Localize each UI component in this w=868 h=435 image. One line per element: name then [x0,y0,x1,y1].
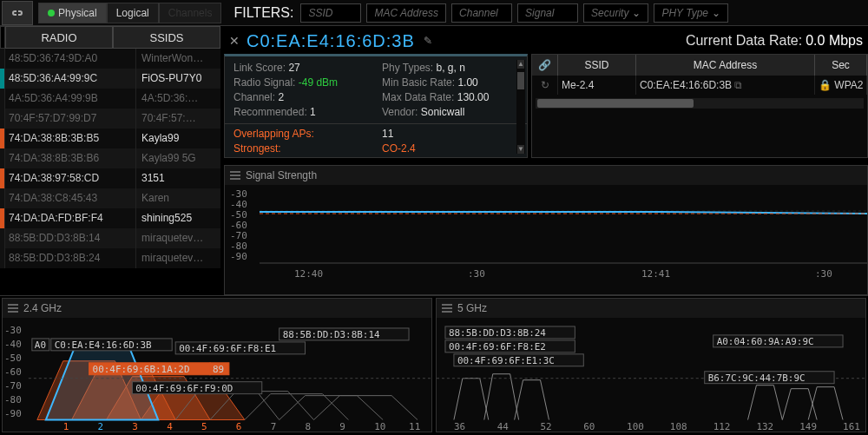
radio-list-panel: RADIO SSIDS 48:5D:36:74:9D:A0WinterWon…4… [0,26,220,295]
mac-badge: A0:04:60:9A:A9:9C [717,336,814,347]
a0-badge: A0 [35,339,46,351]
radio-col-header[interactable]: RADIO [5,26,113,49]
signal-strength-chart: -30-40-50-60-70-80-90 12:40:3012:41:30 [225,185,867,280]
assoc-h-scroll-thumb[interactable] [537,99,694,108]
svg-text:108: 108 [670,421,687,432]
radio-row[interactable]: 4A:5D:36:A4:99:9B4A:5D:36:… [0,89,220,109]
scroll-up-icon[interactable]: ▲ [517,60,524,69]
min-basic-rate-label: Min Basic Rate: [382,76,455,89]
radio-mac: 88:5B:DD:D3:8B:14 [5,228,135,248]
filter-phy-type[interactable]: PHY Type⌄ [654,3,728,23]
svg-text:36: 36 [454,421,465,432]
filter-mac-address[interactable]: MAC Address [366,3,446,23]
filter-security[interactable]: Security⌄ [583,3,648,23]
strongest-value: CO-2.4 [382,142,416,155]
radio-row[interactable]: 74:DA:38:C8:45:43Karen [0,188,220,208]
radio-mac: 88:5B:DD:D3:8B:24 [5,248,135,268]
svg-text:12:40: 12:40 [294,268,323,280]
svg-text:60: 60 [583,421,595,432]
mac-badge: 88:5B:DD:D3:8B:14 [283,329,380,340]
svg-text:10: 10 [374,421,385,432]
view-mode-toggle: Physical Logical Channels [38,3,221,23]
phy-types-value: b, g, n [437,62,465,74]
radio-row[interactable]: 74:DA:38:8B:3B:B6Kayla99 5G [0,148,220,168]
band-5-chart: 88:5B:DD:D3:8B:24 00:4F:69:6F:F8:E2 00:4… [437,318,865,432]
band-24-chart: -30-40-50-60-70-80-90 [3,318,431,432]
strongest-label: Strongest: [233,142,281,155]
min-basic-rate-value: 1.00 [457,76,477,89]
radio-signal-label: Radio Signal: [233,76,295,89]
detail-scrollbar[interactable]: ▲ ▼ [516,60,525,154]
svg-text:161: 161 [843,421,860,432]
vendor-value: Sonicwall [421,106,465,118]
radio-row[interactable]: 48:5D:36:A4:99:9CFiOS-PU7Y0 [0,69,220,89]
band-5-title: 5 GHz [457,299,487,318]
active-dot-icon [48,10,55,16]
svg-text:9: 9 [339,421,345,432]
svg-text:3: 3 [132,421,138,432]
radio-signal-value: -49 dBm [299,76,338,89]
mode-physical[interactable]: Physical [38,3,107,23]
filter-channel[interactable]: Channel [451,3,512,23]
svg-text:12:41: 12:41 [641,268,670,280]
svg-text:5: 5 [201,421,207,432]
assoc-link-col[interactable]: 🔗 [532,55,558,76]
mac-badge: B6:7C:9C:44:7B:9C [708,372,806,384]
mac-badge: 00:4F:69:6B:1A:2D [93,364,190,375]
data-rate-label: Current Data Rate: [686,33,802,49]
mode-channels[interactable]: Channels [159,3,222,23]
link-col-icon: 🔗 [538,59,551,71]
mac-badge: 00:4F:69:6F:F9:0D [135,383,233,394]
max-data-rate-value: 130.00 [457,91,490,103]
svg-text:4: 4 [167,421,173,432]
radio-row[interactable]: 70:4F:57:D7:99:D770:4F:57:… [0,109,220,129]
svg-text:6: 6 [236,421,242,432]
radio-row[interactable]: 74:DA:38:8B:3B:B5Kayla99 [0,129,220,148]
assoc-h-scrollbar[interactable] [536,98,864,109]
radio-ssid: Kayla99 5G [135,148,220,168]
assoc-ssid-col[interactable]: SSID [558,55,636,76]
svg-text:1: 1 [63,421,69,432]
svg-text:112: 112 [713,421,731,432]
overlapping-aps-label: Overlapping APs: [233,128,314,140]
assoc-sec-col[interactable]: Sec [815,55,867,76]
max-data-rate-label: Max Data Rate: [382,91,454,103]
filter-signal[interactable]: Signal [517,3,578,23]
radio-list[interactable]: 48:5D:36:74:9D:A0WinterWon…48:5D:36:A4:9… [0,49,220,295]
radio-mac: 74:DA:38:97:58:CD [5,168,135,188]
radio-mac: 48:5D:36:74:9D:A0 [5,49,135,69]
radio-row[interactable]: 88:5B:DD:D3:8B:24miraquetev… [0,248,220,268]
radio-ssid: Kayla99 [135,129,220,148]
phy-types-label: Phy Types: [382,62,433,74]
filters-label: FILTERS: [233,5,293,21]
associated-clients-table: 🔗 SSID MAC Address Sec ↻Me-2.4C0:EA:E4:1… [531,54,868,158]
radio-row[interactable]: 74:DA:38:97:58:CD3151 [0,168,220,188]
radio-row[interactable]: 48:5D:36:74:9D:A0WinterWon… [0,49,220,69]
svg-text:149: 149 [799,421,817,432]
scroll-down-icon[interactable]: ▼ [517,145,524,154]
close-icon[interactable]: ✕ [229,34,240,48]
ssids-col-header[interactable]: SSIDS [113,26,220,49]
filter-row: SSIDMAC AddressChannelSignalSecurity⌄PHY… [300,3,733,23]
mode-logical[interactable]: Logical [107,3,159,23]
edit-icon[interactable]: ✎ [424,35,432,47]
assoc-ssid: Me-2.4 [558,76,636,95]
radio-ssid: 3151 [135,168,220,188]
radio-ssid: FiOS-PU7Y0 [135,69,220,89]
selected-mac-badge: C0:EA:E4:16:6D:3B [55,339,152,351]
vendor-label: Vendor: [382,106,418,118]
mac-badge: 00:4F:69:6F:F8:E1 [179,343,276,354]
radio-row[interactable]: 74:DA:DA:FD:BF:F4shining525 [0,208,220,228]
stack-icon [230,171,240,180]
assoc-refresh-icon[interactable]: ↻ [532,76,558,95]
assoc-mac-col[interactable]: MAC Address [636,55,815,76]
data-rate-value: 0.0 Mbps [806,33,863,49]
assoc-sec: 🔒 WPA2 [815,76,867,95]
link-icon[interactable] [2,1,33,25]
radio-mac: 74:DA:38:C8:45:43 [5,188,135,208]
assoc-row[interactable]: ↻Me-2.4C0:EA:E4:16:6D:3B ⧉🔒 WPA2 [532,76,867,95]
mac-badge: 88:5B:DD:D3:8B:24 [449,327,546,339]
filter-ssid[interactable]: SSID [300,3,361,23]
radio-row[interactable]: 88:5B:DD:D3:8B:14miraquetev… [0,228,220,248]
scroll-thumb[interactable] [517,72,524,89]
